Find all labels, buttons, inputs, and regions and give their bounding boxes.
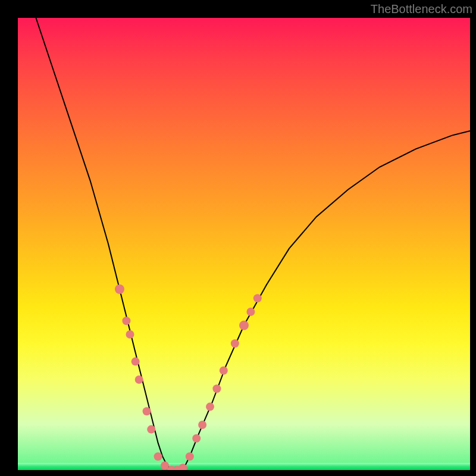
green-band	[18, 463, 470, 470]
watermark-label: TheBottleneck.com	[371, 2, 472, 16]
chart-canvas: TheBottleneck.com	[0, 0, 476, 476]
plot-background	[18, 18, 470, 470]
